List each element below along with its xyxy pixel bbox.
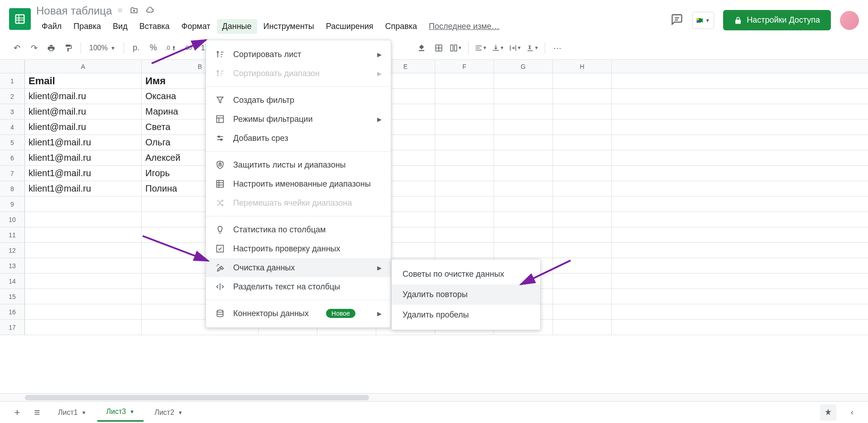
cell[interactable]: klient1@mail.ru — [25, 181, 142, 196]
cell[interactable]: klient1@mail.ru — [25, 166, 142, 181]
cell[interactable] — [553, 274, 612, 288]
row-header[interactable]: 3 — [0, 104, 25, 120]
row-header[interactable]: 12 — [0, 243, 25, 258]
fill-color-button[interactable] — [414, 40, 429, 56]
menu-item-filter[interactable]: Создать фильтр — [206, 91, 391, 110]
cell[interactable]: klient@mail.ru — [25, 104, 142, 119]
cell[interactable] — [435, 73, 494, 88]
cell[interactable] — [25, 320, 142, 335]
menu-формат[interactable]: Формат — [176, 19, 216, 34]
menu-справка[interactable]: Справка — [379, 19, 422, 34]
cell[interactable] — [553, 227, 612, 242]
explore-button[interactable] — [820, 404, 836, 421]
row-header[interactable]: 1 — [0, 73, 25, 89]
sheets-logo[interactable] — [9, 8, 31, 30]
cell[interactable] — [553, 212, 612, 227]
menu-данные[interactable]: Данные — [217, 19, 257, 34]
row-header[interactable]: 13 — [0, 258, 25, 274]
meet-button[interactable]: ▼ — [692, 12, 714, 29]
row-header[interactable]: 5 — [0, 135, 25, 150]
cell[interactable] — [435, 243, 494, 258]
cell[interactable] — [553, 89, 612, 104]
menu-item-connectors[interactable]: Коннекторы данныхНовое▶ — [206, 304, 391, 323]
cell[interactable] — [494, 227, 553, 242]
increase-decimal-button[interactable]: .00 — [180, 40, 196, 56]
row-header[interactable]: 2 — [0, 89, 25, 104]
text-rotation-button[interactable]: ▼ — [525, 40, 540, 56]
column-header[interactable]: G — [494, 60, 553, 73]
cell[interactable] — [25, 258, 142, 273]
cell[interactable] — [553, 320, 612, 335]
text-wrap-button[interactable]: ▼ — [508, 40, 523, 56]
cell[interactable]: Email — [25, 73, 142, 88]
cell[interactable] — [435, 197, 494, 212]
cloud-status-icon[interactable] — [145, 6, 155, 16]
menu-item-validation[interactable]: Настроить проверку данных — [206, 239, 391, 258]
menu-расширения[interactable]: Расширения — [321, 19, 379, 34]
cell[interactable] — [25, 243, 142, 258]
share-button[interactable]: Настройки Доступа — [723, 10, 831, 30]
menu-item-split[interactable]: Разделить текст на столбцы — [206, 277, 391, 296]
column-header[interactable]: F — [435, 60, 494, 73]
menu-item-sort-sheet[interactable]: Сортировать лист▶ — [206, 45, 391, 64]
cell[interactable] — [494, 89, 553, 104]
currency-button[interactable]: р. — [129, 40, 144, 56]
menu-item-cleanup[interactable]: Очистка данных▶ — [206, 258, 391, 277]
row-header[interactable]: 6 — [0, 150, 25, 166]
cell[interactable] — [25, 227, 142, 242]
cell[interactable] — [494, 197, 553, 212]
menu-файл[interactable]: Файл — [36, 19, 67, 34]
cell[interactable]: klient1@mail.ru — [25, 135, 142, 150]
menu-правка[interactable]: Правка — [68, 19, 106, 34]
cell[interactable] — [494, 135, 553, 150]
cell[interactable] — [553, 304, 612, 319]
cell[interactable]: klient1@mail.ru — [25, 150, 142, 165]
cell[interactable] — [494, 166, 553, 181]
cell[interactable]: klient@mail.ru — [25, 120, 142, 135]
borders-button[interactable] — [431, 40, 446, 56]
submenu-item[interactable]: Удалить повторы — [392, 284, 540, 305]
menu-инструменты[interactable]: Инструменты — [258, 19, 320, 34]
row-header[interactable]: 14 — [0, 274, 25, 289]
cell[interactable] — [553, 150, 612, 165]
cell[interactable] — [494, 104, 553, 119]
cell[interactable] — [435, 150, 494, 165]
cell[interactable] — [553, 120, 612, 135]
row-header[interactable]: 8 — [0, 181, 25, 197]
cell[interactable] — [553, 181, 612, 196]
cell[interactable] — [553, 243, 612, 258]
add-sheet-button[interactable]: + — [9, 404, 25, 421]
row-header[interactable]: 16 — [0, 304, 25, 320]
merge-cells-button[interactable]: ▼ — [448, 40, 464, 56]
print-button[interactable] — [43, 40, 59, 56]
column-header[interactable]: H — [553, 60, 612, 73]
row-header[interactable]: 7 — [0, 166, 25, 181]
last-edit-link[interactable]: Последнее изме… — [429, 19, 499, 34]
horizontal-align-button[interactable]: ▼ — [473, 40, 489, 56]
cell[interactable] — [553, 104, 612, 119]
cell[interactable] — [435, 104, 494, 119]
cell[interactable] — [494, 73, 553, 88]
cell[interactable] — [553, 135, 612, 150]
cell[interactable] — [25, 212, 142, 227]
percent-button[interactable]: % — [146, 40, 161, 56]
cell[interactable] — [25, 289, 142, 304]
row-header[interactable]: 10 — [0, 212, 25, 227]
cell[interactable] — [494, 181, 553, 196]
cell[interactable] — [435, 89, 494, 104]
decrease-decimal-button[interactable]: .0 — [163, 40, 178, 56]
document-title[interactable]: Новая таблица — [36, 5, 112, 17]
menu-item-slicer[interactable]: Добавить срез — [206, 129, 391, 148]
all-sheets-button[interactable]: ≡ — [29, 404, 45, 421]
row-header[interactable]: 15 — [0, 289, 25, 304]
cell[interactable] — [435, 227, 494, 242]
menu-вид[interactable]: Вид — [107, 19, 133, 34]
menu-item-named-range[interactable]: Настроить именованные диапазоны — [206, 174, 391, 193]
cell[interactable] — [435, 181, 494, 196]
cell[interactable]: klient@mail.ru — [25, 89, 142, 104]
more-button[interactable]: ⋯ — [550, 40, 565, 56]
row-header[interactable]: 4 — [0, 120, 25, 135]
zoom-selector[interactable]: 100%▼ — [86, 44, 119, 52]
cell[interactable] — [435, 166, 494, 181]
undo-button[interactable]: ↶ — [9, 40, 24, 56]
